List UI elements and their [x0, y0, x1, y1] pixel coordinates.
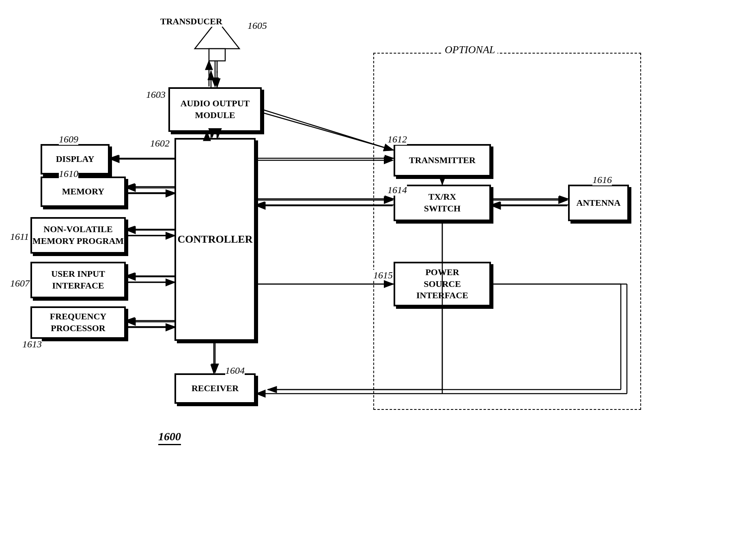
- optional-label: OPTIONAL: [442, 44, 497, 56]
- frequency-processor-block: FREQUENCY PROCESSOR: [30, 306, 126, 339]
- antenna-block: ANTENNA: [568, 185, 629, 221]
- receiver-block: RECEIVER: [174, 373, 256, 404]
- transmitter-block: TRANSMITTER: [394, 144, 491, 177]
- ref-1611: 1611: [10, 231, 29, 242]
- ref-1605: 1605: [248, 20, 267, 31]
- transducer-label: TRANSDUCER: [160, 16, 222, 27]
- ref-1609: 1609: [59, 134, 78, 145]
- diagram-container: OPTIONAL TRANSDUCER 1605 AUDIO OUTPUT MO…: [0, 0, 747, 560]
- controller-block: CONTROLLER: [174, 138, 256, 341]
- ref-1612: 1612: [387, 134, 407, 145]
- ref-1613: 1613: [22, 339, 42, 350]
- diagram-title: 1600: [158, 430, 181, 445]
- tx-rx-switch-block: TX/RX SWITCH: [394, 185, 491, 221]
- ref-1604: 1604: [225, 365, 245, 376]
- ref-1614: 1614: [387, 185, 407, 196]
- power-source-interface-block: POWER SOURCE INTERFACE: [394, 262, 491, 306]
- audio-output-module-block: AUDIO OUTPUT MODULE: [168, 87, 262, 132]
- user-input-interface-block: USER INPUT INTERFACE: [30, 262, 126, 298]
- ref-1616: 1616: [592, 174, 612, 185]
- ref-1615: 1615: [373, 270, 393, 281]
- svg-rect-33: [209, 49, 225, 61]
- memory-block: MEMORY: [41, 177, 126, 207]
- ref-1607: 1607: [10, 278, 30, 289]
- ref-1603: 1603: [146, 89, 166, 100]
- non-volatile-memory-block: NON-VOLATILE MEMORY PROGRAM: [30, 217, 126, 254]
- svg-line-25: [252, 110, 394, 150]
- ref-1602: 1602: [150, 138, 170, 149]
- optional-box: [373, 53, 641, 410]
- ref-1610: 1610: [59, 168, 78, 179]
